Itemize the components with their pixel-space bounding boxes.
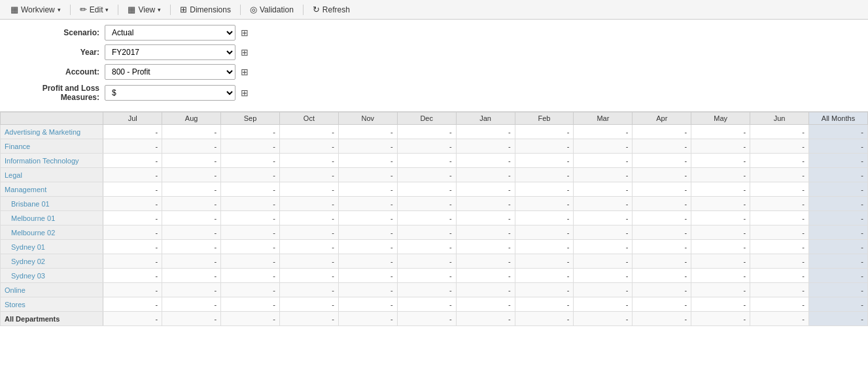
row-link-8[interactable]: Sydney 01 [11, 243, 45, 251]
cell-7-0[interactable]: - [103, 225, 162, 240]
cell-7-9[interactable]: - [633, 225, 691, 240]
cell-7-6[interactable]: - [456, 225, 515, 240]
cell-10-7[interactable]: - [515, 269, 574, 283]
cell-8-5[interactable]: - [397, 240, 456, 254]
cell-3-9[interactable]: - [633, 168, 691, 182]
filter-expand-icon-year[interactable]: ⊞ [239, 46, 250, 59]
cell-3-10[interactable]: - [691, 168, 750, 182]
cell-9-6[interactable]: - [456, 254, 515, 269]
toolbar-item-view[interactable]: ▦View▾ [122, 3, 166, 16]
row-label-12[interactable]: Stores [1, 297, 103, 312]
cell-5-6[interactable]: - [456, 197, 515, 211]
cell-12-5[interactable]: - [397, 297, 456, 312]
cell-8-9[interactable]: - [633, 240, 691, 254]
row-link-12[interactable]: Stores [5, 301, 26, 308]
cell-4-12[interactable]: - [809, 182, 868, 197]
cell-11-8[interactable]: - [574, 283, 633, 297]
cell-7-5[interactable]: - [397, 225, 456, 240]
cell-0-3[interactable]: - [279, 125, 338, 139]
cell-1-8[interactable]: - [574, 139, 633, 154]
row-link-5[interactable]: Brisbane 01 [11, 200, 50, 208]
cell-1-2[interactable]: - [221, 139, 280, 154]
row-link-1[interactable]: Finance [5, 142, 30, 150]
row-link-7[interactable]: Melbourne 02 [11, 229, 55, 237]
cell-3-2[interactable]: - [221, 168, 280, 182]
row-link-10[interactable]: Sydney 03 [11, 272, 45, 280]
cell-5-7[interactable]: - [515, 197, 574, 211]
toolbar-item-validation[interactable]: ◎Validation [245, 3, 299, 16]
cell-6-9[interactable]: - [633, 211, 691, 225]
cell-11-9[interactable]: - [633, 283, 691, 297]
filter-expand-icon-account[interactable]: ⊞ [239, 65, 250, 78]
cell-1-10[interactable]: - [691, 139, 750, 154]
cell-8-4[interactable]: - [338, 240, 397, 254]
cell-9-12[interactable]: - [809, 254, 868, 269]
cell-8-7[interactable]: - [515, 240, 574, 254]
cell-0-7[interactable]: - [515, 125, 574, 139]
cell-6-11[interactable]: - [750, 211, 809, 225]
row-label-9[interactable]: Sydney 02 [1, 254, 103, 269]
cell-1-7[interactable]: - [515, 139, 574, 154]
cell-11-0[interactable]: - [103, 283, 162, 297]
cell-7-3[interactable]: - [279, 225, 338, 240]
cell-10-12[interactable]: - [809, 269, 868, 283]
cell-13-0[interactable]: - [103, 312, 162, 326]
cell-5-9[interactable]: - [633, 197, 691, 211]
cell-0-1[interactable]: - [162, 125, 221, 139]
cell-9-9[interactable]: - [633, 254, 691, 269]
cell-10-8[interactable]: - [574, 269, 633, 283]
cell-8-2[interactable]: - [221, 240, 280, 254]
row-link-2[interactable]: Information Technology [5, 157, 79, 165]
row-label-4[interactable]: Management [1, 182, 103, 197]
cell-9-8[interactable]: - [574, 254, 633, 269]
cell-7-4[interactable]: - [338, 225, 397, 240]
cell-8-1[interactable]: - [162, 240, 221, 254]
cell-7-10[interactable]: - [691, 225, 750, 240]
cell-0-11[interactable]: - [750, 125, 809, 139]
cell-11-11[interactable]: - [750, 283, 809, 297]
cell-3-0[interactable]: - [103, 168, 162, 182]
cell-2-5[interactable]: - [397, 154, 456, 168]
cell-6-0[interactable]: - [103, 211, 162, 225]
cell-8-6[interactable]: - [456, 240, 515, 254]
cell-11-2[interactable]: - [221, 283, 280, 297]
row-link-11[interactable]: Online [5, 286, 26, 294]
cell-12-8[interactable]: - [574, 297, 633, 312]
row-label-7[interactable]: Melbourne 02 [1, 225, 103, 240]
toolbar-item-dimensions[interactable]: ⊞Dimensions [175, 3, 236, 16]
cell-0-5[interactable]: - [397, 125, 456, 139]
cell-0-2[interactable]: - [221, 125, 280, 139]
cell-12-0[interactable]: - [103, 297, 162, 312]
cell-2-6[interactable]: - [456, 154, 515, 168]
cell-11-3[interactable]: - [279, 283, 338, 297]
cell-2-7[interactable]: - [515, 154, 574, 168]
cell-6-10[interactable]: - [691, 211, 750, 225]
cell-2-11[interactable]: - [750, 154, 809, 168]
cell-11-12[interactable]: - [809, 283, 868, 297]
cell-3-11[interactable]: - [750, 168, 809, 182]
cell-4-11[interactable]: - [750, 182, 809, 197]
cell-13-8[interactable]: - [574, 312, 633, 326]
row-label-3[interactable]: Legal [1, 168, 103, 182]
cell-2-8[interactable]: - [574, 154, 633, 168]
cell-11-1[interactable]: - [162, 283, 221, 297]
cell-4-7[interactable]: - [515, 182, 574, 197]
filter-select-scenario[interactable]: ActualBudgetForecast [105, 25, 235, 41]
cell-10-5[interactable]: - [397, 269, 456, 283]
cell-9-4[interactable]: - [338, 254, 397, 269]
cell-8-11[interactable]: - [750, 240, 809, 254]
cell-8-12[interactable]: - [809, 240, 868, 254]
cell-12-4[interactable]: - [338, 297, 397, 312]
cell-4-3[interactable]: - [279, 182, 338, 197]
filter-select-year[interactable]: FY2016FY2017FY2018 [105, 44, 235, 60]
filter-expand-icon-scenario[interactable]: ⊞ [239, 26, 250, 39]
cell-6-8[interactable]: - [574, 211, 633, 225]
cell-3-12[interactable]: - [809, 168, 868, 182]
row-label-8[interactable]: Sydney 01 [1, 240, 103, 254]
cell-12-1[interactable]: - [162, 297, 221, 312]
cell-7-2[interactable]: - [221, 225, 280, 240]
cell-0-6[interactable]: - [456, 125, 515, 139]
cell-12-7[interactable]: - [515, 297, 574, 312]
cell-13-5[interactable]: - [397, 312, 456, 326]
cell-12-2[interactable]: - [221, 297, 280, 312]
